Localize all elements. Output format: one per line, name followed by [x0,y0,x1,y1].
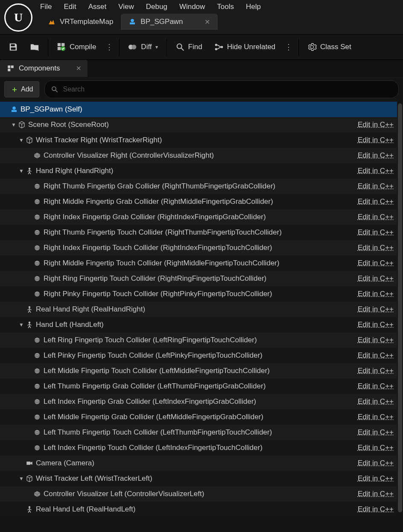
menu-tools[interactable]: Tools [217,3,234,11]
edit-in-cpp-link[interactable]: Edit in C++ [358,336,394,344]
tree-row[interactable]: Camera (Camera)Edit in C++ [0,456,397,471]
tree-row[interactable]: Left Middle Fingertip Touch Collider (Le… [0,363,397,379]
edit-in-cpp-link[interactable]: Edit in C++ [358,444,394,452]
expand-arrow-icon[interactable]: ▼ [10,122,17,128]
edit-in-cpp-link[interactable]: Edit in C++ [358,505,394,514]
tree-row[interactable]: Controller Visualizer Right (ControllerV… [0,148,397,163]
expand-arrow-icon[interactable]: ▼ [18,137,25,143]
edit-in-cpp-link[interactable]: Edit in C++ [358,490,394,498]
edit-in-cpp-link[interactable]: Edit in C++ [358,290,394,298]
tree-row[interactable]: Right Middle Fingertip Touch Collider (R… [0,256,397,271]
tree-row[interactable]: Left Index Fingertip Touch Collider (Lef… [0,440,397,456]
menu-window[interactable]: Window [179,3,205,11]
tree-row[interactable]: Left Index Fingertip Grab Collider (Left… [0,394,397,409]
close-icon[interactable]: ✕ [204,18,210,26]
close-icon[interactable]: ✕ [76,65,82,72]
class-settings-label: Class Set [320,43,351,51]
tree-row[interactable]: Controller Visualizer Left (ControllerVi… [0,486,397,502]
edit-in-cpp-link[interactable]: Edit in C++ [358,167,394,175]
tree-row[interactable]: Right Index Fingertip Grab Collider (Rig… [0,209,397,225]
menu-asset[interactable]: Asset [88,3,107,11]
tree-row[interactable]: Right Thumb Fingertip Grab Collider (Rig… [0,179,397,194]
tree-row[interactable]: ▼Wrist Tracker Right (WristTrackerRight)… [0,132,397,148]
compile-button[interactable]: Compile [52,40,101,54]
edit-in-cpp-link[interactable]: Edit in C++ [358,320,394,329]
edit-in-cpp-link[interactable]: Edit in C++ [358,413,394,421]
skel-icon [25,306,34,313]
components-tab[interactable]: Components ✕ [0,60,88,77]
tree-row-label: Scene Root (SceneRoot) [28,121,354,129]
tree-row-label: Left Index Fingertip Grab Collider (Left… [44,397,354,406]
menu-debug[interactable]: Debug [146,3,167,11]
tree-row[interactable]: Left Pinky Fingertip Touch Collider (Lef… [0,348,397,363]
sphere-icon [32,398,42,406]
expand-arrow-icon[interactable]: ▼ [18,168,25,174]
tree-row[interactable]: Right Thumb Fingertip Touch Collider (Ri… [0,225,397,240]
edit-in-cpp-link[interactable]: Edit in C++ [358,397,394,406]
edit-in-cpp-link[interactable]: Edit in C++ [358,136,394,144]
tree-row[interactable]: Left Ring Fingertip Touch Collider (Left… [0,332,397,348]
scrollbar-thumb[interactable] [398,103,402,512]
browse-icon[interactable] [25,40,44,54]
tree-row[interactable]: ▼Hand Right (HandRight)Edit in C++ [0,163,397,179]
class-settings-button[interactable]: Class Set [302,40,356,54]
edit-in-cpp-link[interactable]: Edit in C++ [358,382,394,391]
find-button[interactable]: Find [170,40,207,54]
tree-row-label: Left Pinky Fingertip Touch Collider (Lef… [44,351,354,360]
edit-in-cpp-link[interactable]: Edit in C++ [358,151,394,160]
tree-row[interactable]: Left Thumb Fingertip Touch Collider (Lef… [0,425,397,440]
search-input[interactable] [62,85,392,94]
tree-row[interactable]: ▼Wrist Tracker Left (WristTrackerLeft)Ed… [0,471,397,486]
menu-view[interactable]: View [118,3,134,11]
tree-row-label: Right Thumb Fingertip Grab Collider (Rig… [44,182,354,191]
edit-in-cpp-link[interactable]: Edit in C++ [358,121,394,129]
search-field[interactable] [44,80,399,98]
tree-row[interactable]: Real Hand Left (RealHandLeft)Edit in C++ [0,502,397,517]
hide-options-icon[interactable]: ⋮ [282,42,295,52]
edit-in-cpp-link[interactable]: Edit in C++ [358,182,394,191]
tree-row[interactable]: ▼Hand Left (HandLeft)Edit in C++ [0,317,397,332]
edit-in-cpp-link[interactable]: Edit in C++ [358,474,394,483]
scrollbar[interactable] [398,103,402,532]
doc-tab-bp_sgpawn[interactable]: BP_SGPawn✕ [121,14,217,30]
tree-row[interactable]: BP_SGPawn (Self) [0,102,397,117]
edit-in-cpp-link[interactable]: Edit in C++ [358,351,394,360]
add-button[interactable]: ＋ Add [4,81,39,97]
svg-rect-17 [8,69,10,71]
edit-in-cpp-link[interactable]: Edit in C++ [358,367,394,375]
tree-row[interactable]: Right Index Fingertip Touch Collider (Ri… [0,240,397,256]
diff-button[interactable]: Diff ▾ [123,40,163,54]
tree-row[interactable]: Left Middle Fingertip Grab Collider (Lef… [0,409,397,425]
edit-in-cpp-link[interactable]: Edit in C++ [358,259,394,267]
tree-row[interactable]: Real Hand Right (RealHandRight)Edit in C… [0,302,397,317]
edit-in-cpp-link[interactable]: Edit in C++ [358,274,394,283]
menu-help[interactable]: Help [246,3,261,11]
components-tree: BP_SGPawn (Self)▼Scene Root (SceneRoot)E… [0,102,397,517]
menu-edit[interactable]: Edit [64,3,76,11]
edit-in-cpp-link[interactable]: Edit in C++ [358,459,394,467]
tree-row[interactable]: Right Pinky Fingertip Touch Collider (Ri… [0,286,397,302]
tree-row[interactable]: ▼Scene Root (SceneRoot)Edit in C++ [0,117,397,132]
edit-in-cpp-link[interactable]: Edit in C++ [358,213,394,221]
hide-unrelated-button[interactable]: Hide Unrelated [209,40,280,54]
scene-icon [25,136,34,144]
expand-arrow-icon[interactable]: ▼ [18,476,25,482]
tree-row-label: Right Pinky Fingertip Touch Collider (Ri… [44,290,354,298]
skel-icon [25,506,34,513]
menu-file[interactable]: File [40,3,52,11]
tree-row[interactable]: Left Thumb Fingertip Grab Collider (Left… [0,379,397,394]
edit-in-cpp-link[interactable]: Edit in C++ [358,305,394,314]
edit-in-cpp-link[interactable]: Edit in C++ [358,244,394,252]
doc-tab-vrtemplatemap[interactable]: VRTemplateMap [40,14,121,30]
tree-row[interactable]: Right Ring Fingertip Touch Collider (Rig… [0,271,397,286]
expand-arrow-icon[interactable]: ▼ [18,322,25,328]
edit-in-cpp-link[interactable]: Edit in C++ [358,428,394,437]
edit-in-cpp-link[interactable]: Edit in C++ [358,228,394,237]
edit-in-cpp-link[interactable]: Edit in C++ [358,197,394,206]
compile-options-icon[interactable]: ⋮ [103,42,116,52]
sphere-icon [32,198,42,206]
save-icon[interactable] [3,40,23,54]
svg-point-7 [132,45,137,50]
svg-rect-4 [61,43,64,46]
tree-row[interactable]: Right Middle Fingertip Grab Collider (Ri… [0,194,397,209]
